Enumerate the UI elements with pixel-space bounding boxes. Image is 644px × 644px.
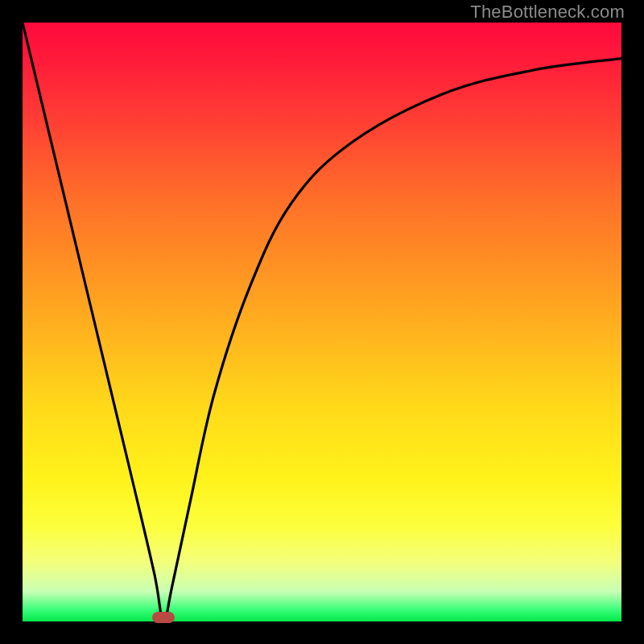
watermark-text: TheBottleneck.com	[470, 2, 625, 23]
chart-area	[23, 23, 621, 621]
optimal-marker	[152, 612, 175, 623]
bottleneck-curve	[23, 23, 621, 621]
chart-svg	[23, 23, 621, 621]
